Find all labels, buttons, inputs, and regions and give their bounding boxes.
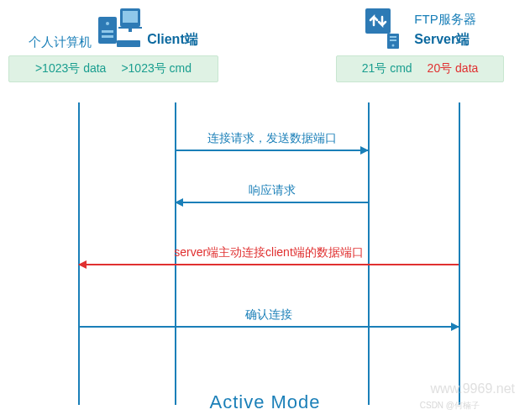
server-ports: 21号 cmd 20号 data xyxy=(336,55,504,82)
client-cmd-port: >1023号 cmd xyxy=(121,61,192,76)
watermark-csdn: CSDN @何楠子 xyxy=(420,400,480,412)
client-role-label: Client端 xyxy=(147,31,197,49)
client-ports: >1023号 data >1023号 cmd xyxy=(8,55,218,82)
svg-rect-8 xyxy=(117,40,140,47)
arrow-server-connect-data: server端主动连接client端的数据端口 xyxy=(79,264,459,265)
server-cmd-port: 21号 cmd xyxy=(362,61,412,76)
arrow-label-3: server端主动连接client端的数据端口 xyxy=(79,245,459,260)
arrow-confirm-connection: 确认连接 xyxy=(79,326,459,328)
server-role-label: Server端 xyxy=(414,31,470,49)
svg-rect-6 xyxy=(102,30,113,33)
svg-rect-3 xyxy=(129,29,132,32)
svg-rect-11 xyxy=(390,36,396,38)
watermark-url: www.9969.net xyxy=(430,381,515,396)
client-header: 个人计算机 Client端 xyxy=(29,7,197,50)
ftp-active-mode-diagram: 个人计算机 Client端 >1023号 data xyxy=(0,0,530,420)
svg-point-5 xyxy=(106,22,109,25)
client-data-port: >1023号 data xyxy=(35,61,106,76)
client-node: 个人计算机 Client端 >1023号 data xyxy=(8,7,218,82)
svg-rect-7 xyxy=(102,35,113,38)
arrow-label-4: 确认连接 xyxy=(79,307,459,323)
server-node: FTP服务器 Server端 21号 cmd 20号 data xyxy=(336,7,504,82)
server-cn-label: FTP服务器 xyxy=(414,12,475,28)
arrow-label-2: 响应请求 xyxy=(176,183,368,198)
svg-point-13 xyxy=(392,45,395,47)
lifeline-server-data xyxy=(459,102,460,405)
svg-rect-1 xyxy=(123,11,138,23)
server-icon xyxy=(364,7,409,50)
svg-rect-9 xyxy=(365,8,391,34)
client-cn-label: 个人计算机 xyxy=(29,34,92,50)
arrow-response: 响应请求 xyxy=(176,202,368,203)
arrow-connect-request: 连接请求，发送数据端口 xyxy=(176,150,368,151)
server-data-port: 20号 data xyxy=(428,61,479,76)
svg-rect-2 xyxy=(118,27,142,29)
svg-rect-12 xyxy=(390,39,396,41)
computer-icon xyxy=(97,7,142,50)
server-header: FTP服务器 Server端 xyxy=(364,7,475,50)
arrow-label-1: 连接请求，发送数据端口 xyxy=(176,131,368,146)
